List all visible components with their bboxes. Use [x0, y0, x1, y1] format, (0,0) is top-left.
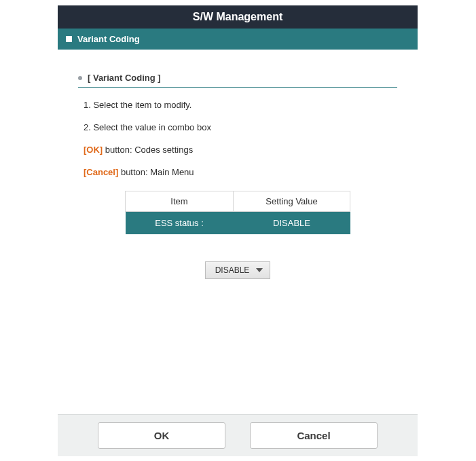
section-underline — [78, 87, 397, 88]
instruction-cancel: [Cancel] button: Main Menu — [84, 167, 397, 177]
instruction-ok: [OK] button: Codes settings — [84, 145, 397, 155]
ok-button-label: OK — [154, 430, 170, 441]
window-title-text: S/W Management — [193, 11, 282, 22]
col-value: Setting Value — [234, 191, 350, 212]
square-bullet-icon — [66, 36, 72, 42]
cancel-desc: button: Main Menu — [118, 167, 194, 177]
combo-selected: DISABLE — [215, 265, 250, 275]
instruction-1: 1. Select the item to modify. — [84, 100, 397, 110]
window-title: S/W Management — [58, 5, 418, 29]
content-area: [ Variant Coding ] 1. Select the item to… — [58, 50, 418, 279]
combo-wrap: DISABLE — [78, 261, 397, 279]
cancel-button-label: Cancel — [297, 430, 330, 441]
sw-management-window: S/W Management Variant Coding [ Variant … — [58, 5, 418, 279]
settings-table-wrap: Item Setting Value ESS status : DISABLE — [125, 191, 350, 234]
subheader-bar: Variant Coding — [58, 29, 418, 50]
cell-item: ESS status : — [126, 212, 234, 235]
dot-bullet-icon — [78, 76, 82, 80]
ok-highlight: [OK] — [84, 145, 103, 155]
subheader-text: Variant Coding — [77, 34, 140, 44]
section-title: [ Variant Coding ] — [88, 73, 161, 83]
table-header-row: Item Setting Value — [126, 191, 350, 212]
ok-button[interactable]: OK — [98, 422, 225, 449]
settings-table: Item Setting Value ESS status : DISABLE — [125, 191, 350, 234]
cancel-button[interactable]: Cancel — [250, 422, 378, 449]
cell-value: DISABLE — [234, 212, 350, 235]
section-title-row: [ Variant Coding ] — [78, 73, 397, 83]
value-combo[interactable]: DISABLE — [205, 261, 271, 279]
instruction-2: 2. Select the value in combo box — [84, 122, 397, 132]
ok-desc: button: Codes settings — [103, 145, 193, 155]
table-row[interactable]: ESS status : DISABLE — [126, 212, 350, 235]
col-item: Item — [126, 191, 234, 212]
cancel-highlight: [Cancel] — [84, 167, 118, 177]
chevron-down-icon — [256, 268, 263, 272]
footer-bar: OK Cancel — [58, 414, 418, 456]
